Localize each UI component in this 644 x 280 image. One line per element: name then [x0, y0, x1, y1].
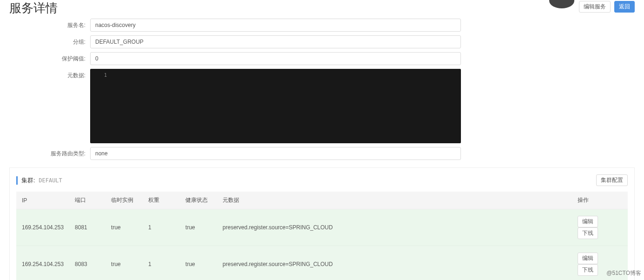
col-health: 健康状态 — [180, 192, 217, 209]
col-metadata: 元数据 — [217, 192, 572, 209]
instance-table-body: 169.254.104.253 8081 true 1 true preserv… — [16, 209, 628, 280]
cell-ip: 169.254.104.253 — [16, 209, 69, 246]
col-ops: 操作 — [572, 192, 628, 209]
instance-table-head: IP 端口 临时实例 权重 健康状态 元数据 操作 — [16, 192, 628, 209]
cell-ephemeral: true — [105, 246, 143, 280]
badge-percent: 85% — [553, 0, 566, 1]
cell-ephemeral: true — [105, 209, 143, 246]
page-root: 服务详情 85% ↓ 13.8K/s 编辑服务 返回 服务名: 分组: 保护阈值… — [0, 0, 644, 280]
cell-port: 8083 — [69, 246, 105, 280]
edit-instance-button[interactable]: 编辑 — [578, 253, 598, 264]
group-label: 分组: — [9, 35, 90, 46]
instance-table: IP 端口 临时实例 权重 健康状态 元数据 操作 169.254.104.25… — [16, 192, 628, 280]
cluster-title-prefix: 集群: — [21, 177, 35, 184]
protect-threshold-label: 保护阈值: — [9, 52, 90, 63]
col-ephemeral: 临时实例 — [105, 192, 143, 209]
cell-metadata: preserved.register.source=SPRING_CLOUD — [217, 246, 572, 280]
cell-port: 8081 — [69, 209, 105, 246]
cell-metadata: preserved.register.source=SPRING_CLOUD — [217, 209, 572, 246]
row-metadata: 元数据: 1 — [9, 69, 635, 143]
header-row: 服务详情 85% ↓ 13.8K/s 编辑服务 返回 — [9, 0, 635, 19]
service-form: 服务名: 分组: 保护阈值: 元数据: 1 服务路由类型: — [9, 19, 635, 160]
table-row: 169.254.104.253 8083 true 1 true preserv… — [16, 246, 628, 280]
cell-ip: 169.254.104.253 — [16, 246, 69, 280]
edit-service-button[interactable]: 编辑服务 — [579, 1, 611, 13]
group-input[interactable] — [90, 35, 461, 48]
offline-instance-button[interactable]: 下线 — [578, 227, 598, 239]
network-badge: 85% ↓ 13.8K/s — [549, 0, 574, 8]
cluster-name: DEFAULT — [39, 177, 62, 184]
cell-health: true — [180, 209, 217, 246]
service-name-label: 服务名: — [9, 19, 90, 29]
cluster-config-button[interactable]: 集群配置 — [596, 174, 628, 186]
metadata-label: 元数据: — [9, 69, 90, 80]
route-type-label: 服务路由类型: — [9, 147, 90, 158]
metadata-editor[interactable]: 1 — [90, 69, 461, 143]
edit-instance-button[interactable]: 编辑 — [578, 216, 598, 227]
service-name-input[interactable] — [90, 19, 461, 32]
cell-ops: 编辑 下线 — [572, 209, 628, 246]
cell-health: true — [180, 246, 217, 280]
col-ip: IP — [16, 192, 69, 209]
offline-instance-button[interactable]: 下线 — [578, 264, 598, 276]
cell-weight: 1 — [143, 209, 180, 246]
table-row: 169.254.104.253 8081 true 1 true preserv… — [16, 209, 628, 246]
watermark: @51CTO博客 — [606, 269, 641, 277]
row-service-name: 服务名: — [9, 19, 635, 32]
route-type-input[interactable] — [90, 147, 461, 160]
protect-threshold-input[interactable] — [90, 52, 461, 65]
back-button[interactable]: 返回 — [614, 1, 635, 13]
cell-weight: 1 — [143, 246, 180, 280]
cluster-card: 集群: DEFAULT 集群配置 IP 端口 临时实例 权重 健康状态 元数据 … — [9, 167, 635, 280]
cluster-title: 集群: DEFAULT — [16, 176, 62, 185]
row-protect-threshold: 保护阈值: — [9, 52, 635, 65]
row-group: 分组: — [9, 35, 635, 48]
cluster-header: 集群: DEFAULT 集群配置 — [16, 174, 628, 186]
page-title: 服务详情 — [9, 0, 58, 18]
row-route-type: 服务路由类型: — [9, 147, 635, 160]
col-port: 端口 — [69, 192, 105, 209]
top-action-buttons: 编辑服务 返回 — [579, 1, 635, 13]
col-weight: 权重 — [143, 192, 180, 209]
metadata-line-hint: 1 — [104, 73, 107, 78]
